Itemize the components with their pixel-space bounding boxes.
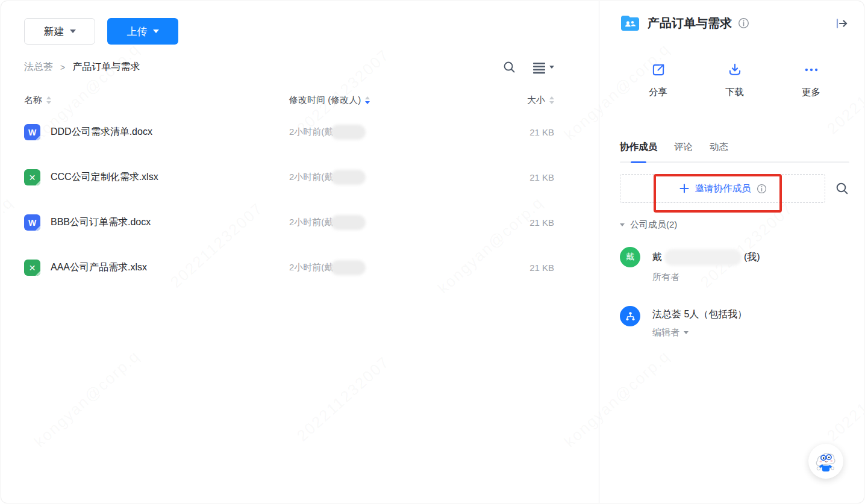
file-size: 21 KB bbox=[529, 172, 554, 182]
sort-modified-button[interactable] bbox=[365, 96, 370, 104]
table-row[interactable]: W DDD公司需求清单.docx 2小时前(戴 21 KB bbox=[24, 110, 554, 155]
file-modified: 2小时前(戴 bbox=[289, 262, 333, 273]
file-name[interactable]: AAA公司产品需求.xlsx bbox=[51, 261, 147, 274]
toolbar: 新建 上传 bbox=[24, 18, 554, 45]
member-row[interactable]: 法总荟 5人（包括我） 编辑者 bbox=[620, 306, 849, 338]
chevron-down-icon bbox=[684, 331, 689, 334]
folded-corner bbox=[35, 180, 40, 185]
download-label: 下载 bbox=[725, 86, 744, 99]
avatar-letter: 戴 bbox=[626, 252, 634, 263]
chevron-down-icon bbox=[620, 223, 625, 226]
chevron-down-icon bbox=[153, 30, 159, 33]
share-icon bbox=[651, 62, 666, 78]
table-row[interactable]: ✕ CCC公司定制化需求.xlsx 2小时前(戴 21 KB bbox=[24, 155, 554, 200]
breadcrumb-current: 产品订单与需求 bbox=[72, 61, 140, 73]
file-type-letter: W bbox=[28, 128, 36, 137]
sort-size-button[interactable] bbox=[549, 96, 554, 104]
upload-button[interactable]: 上传 bbox=[107, 18, 178, 45]
detail-panel: 产品订单与需求 分享 下载 更多 协作成员 评论 动态 bbox=[599, 1, 864, 503]
info-icon[interactable] bbox=[738, 17, 749, 29]
member-name-suffix: (我) bbox=[744, 251, 760, 264]
member-role-row[interactable]: 编辑者 bbox=[652, 327, 747, 338]
tab-collaborators[interactable]: 协作成员 bbox=[620, 141, 657, 154]
member-role: 编辑者 bbox=[652, 327, 679, 338]
org-icon bbox=[625, 311, 636, 322]
tab-comments[interactable]: 评论 bbox=[674, 141, 693, 154]
column-size-label: 大小 bbox=[527, 95, 545, 106]
redaction-blur bbox=[331, 125, 366, 140]
file-modified: 2小时前(戴 bbox=[289, 217, 333, 228]
table-row[interactable]: ✕ AAA公司产品需求.xlsx 2小时前(戴 21 KB bbox=[24, 245, 554, 290]
member-search-icon[interactable] bbox=[835, 181, 849, 196]
folded-corner bbox=[35, 270, 40, 276]
member-avatar bbox=[620, 306, 640, 326]
file-type-letter: W bbox=[28, 219, 36, 227]
tab-track bbox=[620, 161, 849, 163]
file-size: 21 KB bbox=[529, 127, 554, 137]
view-toggle-button[interactable] bbox=[532, 61, 554, 74]
shared-folder-icon bbox=[620, 14, 640, 32]
more-button[interactable]: 更多 bbox=[773, 62, 849, 99]
file-modified: 2小时前(戴 bbox=[289, 126, 333, 138]
file-type-icon: W bbox=[24, 214, 40, 231]
file-browser-pane: 新建 上传 法总荟 > 产品订单与需求 bbox=[1, 1, 599, 503]
new-button[interactable]: 新建 bbox=[24, 18, 95, 45]
member-role-row: 所有者 bbox=[652, 272, 760, 283]
panel-actions: 分享 下载 更多 bbox=[620, 62, 849, 99]
redaction-blur bbox=[331, 215, 366, 230]
column-name-label: 名称 bbox=[24, 95, 42, 106]
search-icon bbox=[502, 60, 516, 74]
file-type-letter: ✕ bbox=[29, 173, 36, 182]
file-size: 21 KB bbox=[529, 263, 554, 273]
panel-header: 产品订单与需求 bbox=[620, 14, 849, 32]
file-list: W DDD公司需求清单.docx 2小时前(戴 21 KB ✕ CCC公司定制化… bbox=[24, 110, 554, 290]
column-modified-label: 修改时间 (修改人) bbox=[289, 95, 361, 106]
assistant-mascot-button[interactable] bbox=[808, 444, 843, 479]
tab-activity[interactable]: 动态 bbox=[710, 141, 728, 154]
member-name-text: 法总荟 5人（包括我） bbox=[652, 308, 747, 321]
file-size: 21 KB bbox=[529, 217, 554, 228]
company-members-section-toggle[interactable]: 公司成员(2) bbox=[620, 219, 849, 231]
member-name: 法总荟 5人（包括我） bbox=[652, 306, 747, 321]
mascot-icon bbox=[811, 446, 841, 476]
panel-tabs: 协作成员 评论 动态 bbox=[620, 141, 849, 154]
active-tab-indicator bbox=[631, 161, 646, 163]
chevron-down-icon bbox=[70, 30, 76, 33]
invite-row: 邀请协作成员 bbox=[620, 174, 849, 203]
share-label: 分享 bbox=[649, 86, 667, 99]
collapse-panel-icon[interactable] bbox=[834, 16, 849, 31]
list-view-icon bbox=[532, 61, 546, 74]
panel-title: 产品订单与需求 bbox=[648, 15, 732, 31]
new-button-label: 新建 bbox=[44, 25, 64, 39]
info-icon bbox=[757, 184, 767, 194]
download-button[interactable]: 下载 bbox=[696, 62, 773, 99]
file-name[interactable]: DDD公司需求清单.docx bbox=[51, 126, 152, 138]
app-window: kongyan@corp.q202211232007kongyan@corp.q… bbox=[1, 1, 864, 503]
redaction-blur bbox=[664, 249, 742, 266]
download-icon bbox=[727, 62, 743, 78]
member-row[interactable]: 戴 戴 (我) 所有者 bbox=[620, 247, 849, 283]
file-type-icon: ✕ bbox=[24, 169, 40, 185]
more-ellipsis-icon bbox=[804, 62, 819, 78]
upload-button-label: 上传 bbox=[127, 25, 148, 39]
share-button[interactable]: 分享 bbox=[620, 62, 696, 99]
member-list: 戴 戴 (我) 所有者 法总荟 5人（包括我） bbox=[620, 247, 849, 338]
redaction-blur bbox=[331, 170, 366, 185]
member-avatar: 戴 bbox=[620, 247, 640, 267]
table-row[interactable]: W BBB公司订单需求.docx 2小时前(戴 21 KB bbox=[24, 200, 554, 245]
invite-collaborator-button[interactable]: 邀请协作成员 bbox=[620, 174, 825, 203]
sort-name-button[interactable] bbox=[46, 96, 51, 104]
redaction-blur bbox=[331, 260, 366, 275]
more-label: 更多 bbox=[802, 86, 820, 99]
company-members-label: 公司成员(2) bbox=[630, 219, 677, 231]
file-modified: 2小时前(戴 bbox=[289, 172, 333, 183]
search-button[interactable] bbox=[502, 60, 516, 74]
file-type-icon: W bbox=[24, 124, 40, 140]
member-name-text: 戴 bbox=[652, 251, 662, 264]
file-name[interactable]: BBB公司订单需求.docx bbox=[51, 216, 151, 229]
list-actions bbox=[502, 60, 554, 74]
table-header: 名称 修改时间 (修改人) 大小 bbox=[24, 95, 554, 106]
breadcrumb-separator: > bbox=[60, 63, 65, 72]
breadcrumb-parent[interactable]: 法总荟 bbox=[24, 61, 53, 73]
file-name[interactable]: CCC公司定制化需求.xlsx bbox=[51, 171, 158, 184]
